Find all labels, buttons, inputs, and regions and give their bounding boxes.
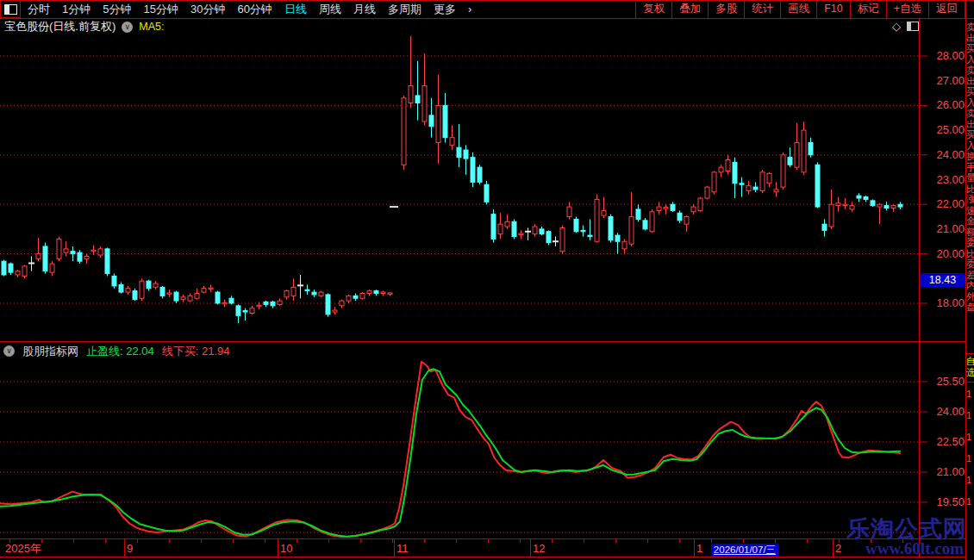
price-tick-label: 24.00 — [927, 149, 965, 161]
trading-app-window: 分时1分钟5分钟15分钟30分钟60分钟日线周线月线多周期更多› 复权叠加多股统… — [0, 0, 974, 560]
clipped-text: 额 — [966, 227, 974, 237]
toolbar-button-多股[interactable]: 多股 — [708, 0, 744, 18]
date-tick-label: 2 — [835, 542, 841, 555]
period-tab-1分钟[interactable]: 1分钟 — [62, 2, 91, 17]
toolbar-button-画线[interactable]: 画线 — [780, 0, 816, 18]
clipped-text: 出 — [966, 120, 974, 129]
clipped-text: 入 — [966, 55, 974, 65]
price-highlight-badge: 18.43 — [921, 273, 965, 287]
period-tab-15分钟[interactable]: 15分钟 — [143, 2, 178, 17]
chart-title-row: 宝色股份(日线.前复权) ∨ MA5: — [4, 20, 164, 34]
more-arrow-icon: › — [468, 3, 471, 16]
period-tab-周线[interactable]: 周线 — [319, 2, 341, 17]
date-tick-label: 9 — [127, 542, 133, 555]
indicator-tick-label: 25.50 — [927, 376, 965, 388]
clipped-number: 1 — [966, 454, 971, 464]
clipped-text: 选 — [966, 368, 974, 377]
period-tab-月线[interactable]: 月线 — [353, 2, 376, 17]
date-tick-label: 12 — [533, 542, 545, 555]
period-tab-日线[interactable]: 日线 — [284, 2, 307, 17]
toolbar-button-叠加[interactable]: 叠加 — [671, 0, 708, 18]
clipped-text: 内 — [966, 281, 974, 290]
indicator-line-止盈线 — [0, 369, 900, 536]
clipped-side-panel: 卖出买入卖出买入卖出买入换手量比涨速金额委比委差内外盘自选111111 — [966, 19, 974, 560]
clipped-text: 量 — [966, 173, 974, 183]
symbol-title: 宝色股份(日线.前复权) — [4, 19, 116, 34]
date-tick-label: 11 — [396, 542, 409, 555]
clipped-text: 金 — [966, 216, 974, 226]
period-tab-5分钟[interactable]: 5分钟 — [103, 2, 131, 17]
clipped-text: 比 — [966, 249, 974, 258]
toolbar-button-F10[interactable]: F10 — [816, 0, 850, 18]
clipped-text: 出 — [966, 34, 974, 43]
toolbar-button-+自选[interactable]: +自选 — [886, 0, 928, 18]
clipped-number: 1 — [966, 432, 971, 442]
clipped-text: 比 — [966, 184, 974, 194]
clipped-text: 自 — [966, 357, 974, 366]
clipped-text: 买 — [966, 130, 974, 140]
date-tick-label: 1 — [696, 542, 702, 555]
clipped-number: 1 — [966, 389, 971, 399]
clipped-text: 差 — [966, 271, 974, 280]
period-tab-30分钟[interactable]: 30分钟 — [190, 2, 225, 17]
toolbar-button-统计[interactable]: 统计 — [744, 0, 780, 18]
price-tick-label: 23.00 — [927, 174, 965, 186]
clipped-text: 涨 — [966, 195, 974, 204]
period-tabs: 分时1分钟5分钟15分钟30分钟60分钟日线周线月线多周期更多› — [28, 0, 471, 18]
chevron-down-circle-icon[interactable]: ∨ — [3, 345, 15, 357]
price-tick-label: 22.00 — [927, 198, 965, 210]
clipped-text: 手 — [966, 163, 974, 172]
indicator-tick-label: 22.50 — [927, 436, 965, 448]
indicator-value-label-0: 止盈线: 22.04 — [86, 344, 154, 359]
clipped-text: 入 — [966, 98, 974, 108]
split-window-icon[interactable] — [0, 0, 21, 18]
clipped-text: 盘 — [966, 302, 974, 312]
period-tab-分时[interactable]: 分时 — [28, 2, 50, 17]
indicator-tick-label: 24.00 — [927, 406, 965, 418]
indicator-value-label-1: 线下买: 21.94 — [162, 344, 230, 359]
title-right-icons: ◇ — [892, 21, 919, 32]
clipped-text: 速 — [966, 206, 974, 215]
period-tab-多周期[interactable]: 多周期 — [388, 2, 421, 17]
indicator-tick-label: 19.50 — [927, 496, 965, 508]
period-tab-更多[interactable]: 更多 — [434, 2, 456, 17]
toolbar-button-标记[interactable]: 标记 — [850, 0, 886, 18]
indicator-header: ∨ 股朋指标网 止盈线: 22.04线下买: 21.94 — [3, 344, 230, 358]
price-tick-label: 27.00 — [927, 75, 965, 87]
chart-canvas[interactable] — [0, 0, 974, 560]
toolbar-right-buttons: 复权叠加多股统计画线F10标记+自选返回 — [635, 0, 965, 18]
clipped-text: 入 — [966, 141, 974, 151]
date-tick-label: 2025年 — [5, 542, 41, 555]
indicator-tick-label: 21.00 — [927, 466, 965, 478]
price-tick-label: 20.00 — [927, 248, 965, 260]
price-tick-label: 18.00 — [927, 297, 965, 309]
clipped-text: 买 — [966, 87, 974, 96]
date-tick-label: 10 — [280, 542, 292, 555]
clipped-text: 换 — [966, 152, 974, 161]
clipped-number: 1 — [966, 497, 971, 507]
clipped-text: 外 — [966, 292, 974, 302]
clipped-text: 卖 — [966, 22, 974, 32]
clipped-text: 委 — [966, 238, 974, 247]
diamond-icon[interactable]: ◇ — [892, 21, 901, 32]
price-tick-label: 26.00 — [927, 99, 965, 111]
toolbar-button-复权[interactable]: 复权 — [635, 0, 671, 18]
toolbar-button-返回[interactable]: 返回 — [928, 0, 965, 18]
clipped-text: 卖 — [966, 109, 974, 118]
price-tick-label: 21.00 — [927, 223, 965, 235]
clipped-number: 1 — [966, 476, 971, 485]
period-tab-60分钟[interactable]: 60分钟 — [237, 2, 272, 17]
chevron-down-circle-icon[interactable]: ∨ — [122, 22, 133, 33]
window-icon[interactable] — [907, 22, 919, 31]
price-tick-label: 25.00 — [927, 124, 965, 136]
clipped-text: 卖 — [966, 65, 974, 75]
date-highlight-badge: 2026/01/07/三 — [711, 544, 778, 557]
clipped-text: 委 — [966, 259, 974, 269]
indicator-name: 股朋指标网 — [22, 344, 78, 359]
price-tick-label: 28.00 — [927, 50, 965, 62]
clipped-text: 出 — [966, 77, 974, 86]
ma5-label: MA5: — [139, 21, 164, 33]
clipped-text: 买 — [966, 44, 974, 53]
watermark-url: www.60lt.com — [865, 539, 964, 558]
window-split-glyph — [4, 4, 17, 15]
